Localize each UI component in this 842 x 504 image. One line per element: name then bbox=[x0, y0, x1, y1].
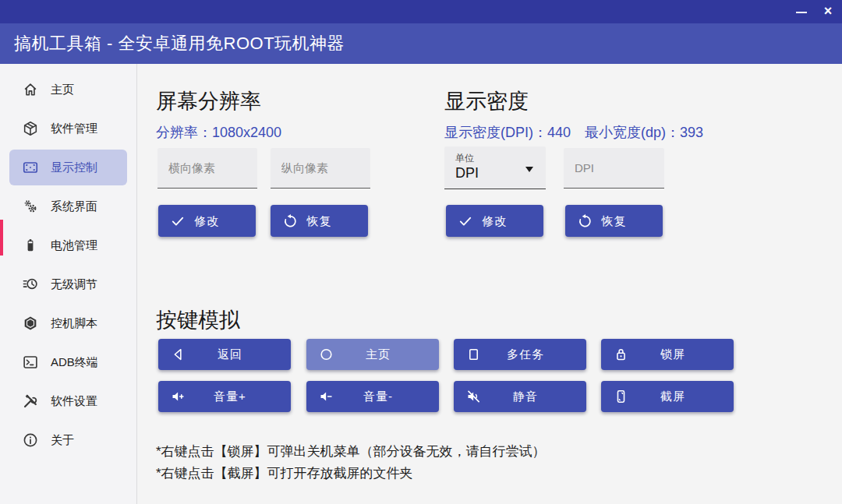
sidebar-item-adb-terminal[interactable]: ADB终端 bbox=[9, 344, 127, 380]
title-bar: × bbox=[0, 0, 842, 23]
battery-icon bbox=[22, 237, 39, 254]
volume-up-button[interactable]: 音量+ bbox=[158, 381, 291, 412]
resolution-modify-button[interactable]: 修改 bbox=[158, 205, 256, 237]
display-icon bbox=[22, 159, 39, 176]
sidebar-item-battery[interactable]: 电池管理 bbox=[9, 227, 127, 263]
dpi-value: 440 bbox=[547, 125, 571, 140]
vertical-pixels-input[interactable] bbox=[271, 148, 370, 189]
sidebar-item-home[interactable]: 主页 bbox=[9, 72, 127, 107]
lock-screen-note: *右键点击【锁屏】可弹出关机菜单（部分设备无效，请自行尝试） bbox=[156, 442, 546, 460]
sidebar-item-label: 关于 bbox=[51, 433, 74, 448]
button-label: 静音 bbox=[454, 389, 586, 404]
sidebar-item-label: 无级调节 bbox=[51, 277, 97, 292]
screenshot-button[interactable]: 截屏 bbox=[601, 381, 734, 412]
button-label: 多任务 bbox=[454, 347, 586, 362]
back-key-button[interactable]: 返回 bbox=[158, 339, 291, 370]
sidebar: 主页 软件管理 显示控制 系统界面 电池管理 无级调节 控机脚本 bbox=[0, 64, 137, 504]
unit-select-value: DPI bbox=[455, 165, 479, 182]
sidebar-item-about[interactable]: 关于 bbox=[9, 422, 127, 458]
sidebar-item-label: 主页 bbox=[51, 83, 74, 97]
unit-select[interactable]: 单位 DPI bbox=[444, 146, 546, 189]
app-header: 搞机工具箱 - 全安卓通用免ROOT玩机神器 bbox=[0, 23, 842, 64]
minimize-icon bbox=[796, 12, 807, 13]
dpi-label: 显示密度(DPI)： bbox=[444, 125, 547, 140]
min-width-value: 393 bbox=[680, 125, 703, 140]
tools-icon bbox=[22, 393, 39, 410]
sidebar-item-stepless-tuning[interactable]: 无级调节 bbox=[9, 266, 127, 302]
sidebar-item-label: 显示控制 bbox=[51, 160, 97, 175]
package-icon bbox=[22, 120, 39, 137]
minimize-button[interactable] bbox=[789, 0, 814, 23]
button-label: 恢复 bbox=[565, 213, 663, 228]
gears-icon bbox=[22, 198, 39, 215]
close-button[interactable]: × bbox=[815, 0, 840, 23]
unit-select-label: 单位 bbox=[455, 152, 474, 165]
selected-item-indicator bbox=[0, 220, 3, 256]
info-icon bbox=[22, 432, 39, 449]
sidebar-item-label: 软件管理 bbox=[51, 122, 97, 136]
home-key-button[interactable]: 主页 bbox=[306, 339, 439, 370]
density-modify-button[interactable]: 修改 bbox=[446, 205, 543, 237]
sidebar-item-label: 系统界面 bbox=[51, 199, 97, 214]
sidebar-item-app-settings[interactable]: 软件设置 bbox=[9, 383, 127, 419]
sidebar-item-app-management[interactable]: 软件管理 bbox=[9, 111, 127, 146]
resolution-label: 分辨率： bbox=[156, 125, 212, 140]
density-section-title: 显示密度 bbox=[444, 87, 529, 115]
button-label: 截屏 bbox=[601, 389, 734, 404]
hexagon-script-icon bbox=[22, 315, 39, 332]
home-icon bbox=[22, 81, 39, 98]
button-label: 锁屏 bbox=[601, 347, 734, 362]
sidebar-item-label: 电池管理 bbox=[51, 238, 97, 253]
sidebar-item-control-script[interactable]: 控机脚本 bbox=[9, 305, 127, 341]
volume-down-button[interactable]: 音量- bbox=[306, 381, 439, 412]
button-label: 音量- bbox=[306, 389, 439, 404]
resolution-value: 1080x2400 bbox=[212, 125, 281, 140]
horizontal-pixels-input[interactable] bbox=[157, 148, 257, 189]
sidebar-item-display-control[interactable]: 显示控制 bbox=[9, 150, 127, 185]
button-label: 恢复 bbox=[271, 213, 368, 228]
resolution-section-title: 屏幕分辨率 bbox=[156, 87, 261, 115]
button-label: 音量+ bbox=[158, 389, 291, 404]
button-label: 修改 bbox=[158, 213, 256, 228]
sidebar-item-system-ui[interactable]: 系统界面 bbox=[9, 189, 127, 224]
button-label: 返回 bbox=[158, 347, 291, 362]
tuning-clock-icon bbox=[22, 276, 39, 293]
button-label: 修改 bbox=[446, 213, 543, 228]
resolution-info: 分辨率：1080x2400 bbox=[156, 123, 295, 142]
density-restore-button[interactable]: 恢复 bbox=[565, 205, 663, 237]
resolution-restore-button[interactable]: 恢复 bbox=[271, 205, 368, 237]
app-title: 搞机工具箱 - 全安卓通用免ROOT玩机神器 bbox=[14, 32, 345, 55]
lock-screen-button[interactable]: 锁屏 bbox=[601, 339, 734, 370]
recents-key-button[interactable]: 多任务 bbox=[454, 339, 586, 370]
min-width-label: 最小宽度(dp)： bbox=[585, 125, 680, 140]
button-label: 主页 bbox=[306, 347, 439, 362]
app-window: × 搞机工具箱 - 全安卓通用免ROOT玩机神器 主页 软件管理 显示控制 系统… bbox=[0, 0, 842, 504]
keysim-section-title: 按键模拟 bbox=[156, 306, 240, 334]
sidebar-item-label: 软件设置 bbox=[51, 394, 97, 409]
terminal-icon bbox=[22, 354, 39, 371]
mute-button[interactable]: 静音 bbox=[454, 381, 586, 412]
screenshot-note: *右键点击【截屏】可打开存放截屏的文件夹 bbox=[156, 464, 413, 482]
sidebar-item-label: 控机脚本 bbox=[51, 316, 97, 331]
density-info: 显示密度(DPI)：440最小宽度(dp)：393 bbox=[444, 123, 717, 142]
sidebar-item-label: ADB终端 bbox=[51, 355, 98, 370]
chevron-down-icon bbox=[525, 167, 533, 172]
dpi-input[interactable] bbox=[564, 148, 664, 189]
